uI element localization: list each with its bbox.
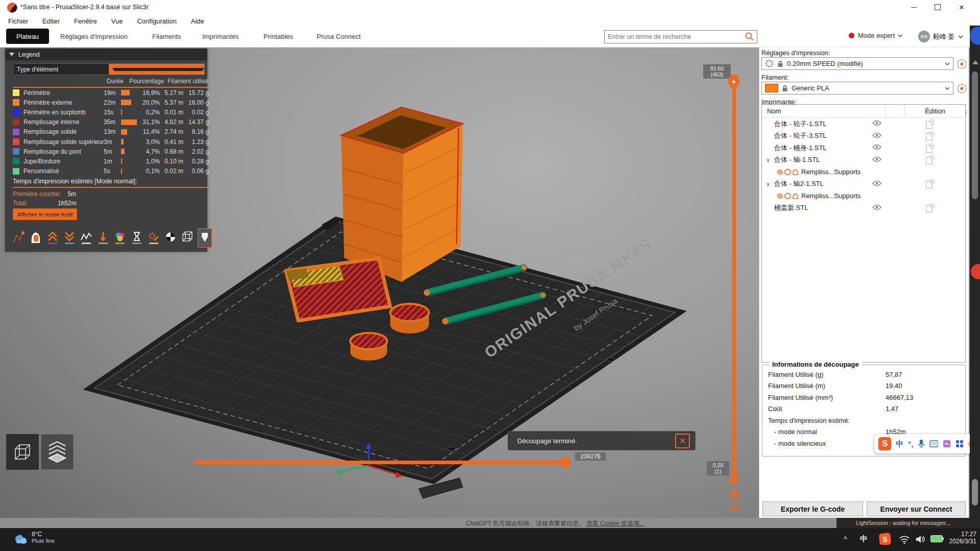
deretractions-icon[interactable]: [63, 228, 76, 247]
object-row[interactable]: ∨ 合体 - 轴2-1.STL: [762, 178, 965, 190]
printhead-icon[interactable]: [198, 228, 212, 248]
expand-caret[interactable]: ∨: [766, 157, 774, 163]
preview-view-thumbnail[interactable]: [41, 434, 74, 470]
search-icon[interactable]: [745, 32, 755, 42]
object-name[interactable]: 合体 - 轮子-1.STL: [774, 119, 869, 129]
slider-settings-gear-icon[interactable]: [729, 501, 739, 514]
edit-icon[interactable]: [923, 143, 938, 153]
sogou-logo-icon[interactable]: S: [878, 437, 891, 450]
tray-expand-icon[interactable]: ^: [844, 535, 847, 543]
ime-keyboard-icon[interactable]: [929, 440, 938, 447]
pause-prints-icon[interactable]: [130, 228, 144, 247]
weather-icon[interactable]: [13, 532, 29, 546]
menu-editer[interactable]: Editer: [42, 17, 60, 25]
menu-fichier[interactable]: Fichier: [8, 17, 28, 25]
object-cylinder-small[interactable]: [350, 333, 387, 361]
edit-icon[interactable]: [923, 131, 938, 140]
shells-icon[interactable]: [181, 228, 194, 247]
center-of-gravity-icon[interactable]: [164, 228, 177, 247]
ime-chinese-icon[interactable]: 中: [896, 439, 903, 449]
ime-skin-icon[interactable]: [943, 440, 951, 448]
dropdown-arrow-icon[interactable]: [109, 64, 204, 75]
expand-caret[interactable]: ∨: [766, 181, 774, 187]
tab-reglages-impression[interactable]: Réglages d'Impression: [60, 33, 128, 40]
menu-aide[interactable]: Aide: [191, 17, 204, 25]
eye-icon[interactable]: [869, 156, 885, 164]
filament-select[interactable]: Generic PLA: [761, 82, 953, 94]
tab-filaments[interactable]: Filaments: [152, 33, 181, 40]
weather-widget[interactable]: 8°C Pluie fine: [32, 531, 55, 544]
tab-plateau[interactable]: Plateau: [6, 29, 49, 44]
object-name[interactable]: 合体 - 轮子-3.STL: [774, 131, 869, 140]
export-gcode-button[interactable]: Exporter le G-code: [762, 501, 863, 516]
search-field[interactable]: [604, 30, 757, 43]
minimize-button[interactable]: [902, 0, 925, 14]
wifi-icon[interactable]: [899, 535, 910, 544]
eye-icon[interactable]: [869, 204, 885, 212]
object-row[interactable]: 合体 - 轮子-1.STL: [762, 118, 965, 130]
object-row[interactable]: Rempliss...Supports: [762, 190, 965, 202]
eye-icon[interactable]: [869, 180, 885, 188]
object-row[interactable]: 桶盖新.STL: [762, 202, 965, 214]
print-settings-select[interactable]: 0.20mm SPEED (modifié): [761, 57, 953, 70]
sogou-s-icon[interactable]: S: [879, 534, 891, 545]
object-row[interactable]: Rempliss...Supports: [762, 166, 965, 178]
seams-icon[interactable]: [80, 228, 93, 247]
object-name[interactable]: 合体 - 轴2-1.STL: [774, 179, 869, 188]
tab-imprimantes[interactable]: Imprimantes: [202, 33, 239, 40]
close-button[interactable]: ✕: [950, 0, 973, 14]
eye-icon[interactable]: [869, 144, 885, 152]
object-bucket[interactable]: [341, 107, 463, 282]
ime-toolbar[interactable]: S 中 °,: [874, 434, 980, 453]
battery-icon[interactable]: [930, 535, 943, 542]
object-name[interactable]: 合体 - 桶身-1.STL: [774, 143, 869, 153]
tab-printables[interactable]: Printables: [264, 33, 293, 40]
eye-icon[interactable]: [869, 132, 885, 140]
edit-icon[interactable]: [923, 179, 938, 188]
menu-configuration[interactable]: Configuration: [137, 17, 176, 25]
wipe-icon[interactable]: [29, 228, 42, 247]
toast-close-icon[interactable]: ✕: [675, 434, 690, 448]
edit-icon[interactable]: [950, 191, 965, 201]
object-name[interactable]: Rempliss...Supports: [801, 168, 896, 176]
search-input[interactable]: [605, 33, 745, 40]
maximize-button[interactable]: [926, 0, 949, 14]
show-stealth-mode-button[interactable]: Afficher le mode furtif: [13, 208, 77, 220]
tab-prusa-connect[interactable]: Prusa Connect: [317, 33, 361, 40]
print-settings-gear-icon[interactable]: [957, 59, 967, 69]
edit-icon[interactable]: [923, 155, 938, 164]
object-row[interactable]: 合体 - 轮子-3.STL: [762, 130, 965, 142]
menu-vue[interactable]: Vue: [111, 17, 123, 25]
edit-icon[interactable]: [950, 167, 965, 177]
color-changes-icon[interactable]: [113, 228, 127, 247]
edit-icon[interactable]: [923, 203, 938, 212]
editor-view-thumbnail[interactable]: [6, 434, 39, 470]
custom-gcode-icon[interactable]: [147, 228, 160, 247]
object-name[interactable]: Rempliss...Supports: [801, 192, 896, 200]
account-menu[interactable]: 毅峰 毅峰 姜: [918, 31, 963, 42]
layer-slider-track[interactable]: [732, 86, 736, 475]
ime-mode-indicator[interactable]: 中: [860, 534, 868, 544]
ime-grid-icon[interactable]: [955, 440, 964, 448]
object-name[interactable]: 合体 - 轴-1.STL: [774, 155, 869, 164]
moves-slider-track[interactable]: [194, 461, 565, 464]
volume-icon[interactable]: [915, 535, 925, 544]
eye-icon[interactable]: [869, 120, 885, 128]
tool-changes-icon[interactable]: [97, 228, 110, 247]
edit-icon[interactable]: [923, 119, 938, 129]
object-row[interactable]: 合体 - 桶身-1.STL: [762, 142, 965, 154]
menu-fenetre[interactable]: Fenêtre: [74, 17, 97, 25]
filament-gear-icon[interactable]: [957, 84, 967, 93]
travels-icon[interactable]: [12, 228, 26, 247]
legend-header[interactable]: Legend: [5, 49, 207, 60]
slider-lock-icon[interactable]: [730, 488, 739, 500]
retractions-icon[interactable]: [46, 228, 59, 247]
object-name[interactable]: 桶盖新.STL: [774, 203, 869, 212]
object-row[interactable]: ∨ 合体 - 轴-1.STL: [762, 154, 965, 166]
object-cylinder-large[interactable]: [390, 304, 429, 333]
mode-selector[interactable]: Mode expert: [849, 32, 903, 39]
send-to-connect-button[interactable]: Envoyer sur Connect: [867, 501, 966, 516]
legend-view-type-select[interactable]: Type d'élément: [13, 63, 205, 75]
clock-widget[interactable]: 17:27 2026/3/31: [946, 531, 976, 545]
ime-mic-icon[interactable]: [918, 439, 925, 448]
